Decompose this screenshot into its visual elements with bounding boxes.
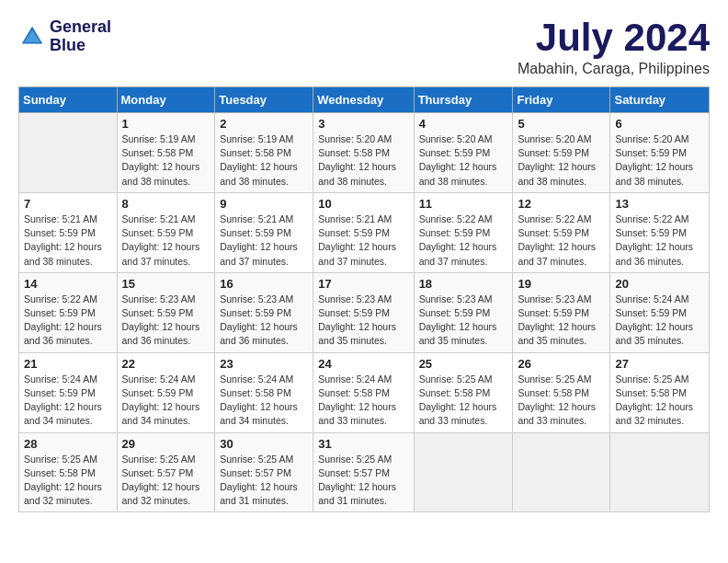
day-number: 30	[220, 437, 308, 451]
day-number: 24	[318, 357, 408, 371]
day-number: 2	[220, 117, 308, 131]
col-wednesday: Wednesday	[313, 87, 414, 113]
day-info: Sunrise: 5:24 AM Sunset: 5:59 PM Dayligh…	[24, 373, 112, 429]
day-number: 3	[318, 117, 408, 131]
day-info: Sunrise: 5:25 AM Sunset: 5:58 PM Dayligh…	[24, 453, 112, 509]
table-row: 11Sunrise: 5:22 AM Sunset: 5:59 PM Dayli…	[414, 192, 513, 272]
day-number: 18	[419, 277, 508, 291]
table-row: 17Sunrise: 5:23 AM Sunset: 5:59 PM Dayli…	[313, 272, 414, 352]
table-row: 23Sunrise: 5:24 AM Sunset: 5:58 PM Dayli…	[215, 352, 313, 432]
day-number: 25	[419, 357, 508, 371]
day-number: 21	[24, 357, 112, 371]
logo-text: General Blue	[50, 18, 111, 55]
col-tuesday: Tuesday	[215, 87, 313, 113]
table-row	[513, 432, 610, 512]
day-info: Sunrise: 5:23 AM Sunset: 5:59 PM Dayligh…	[122, 293, 210, 349]
day-number: 20	[615, 277, 704, 291]
month-title: July 2024	[518, 18, 710, 57]
calendar-row: 7Sunrise: 5:21 AM Sunset: 5:59 PM Daylig…	[19, 192, 710, 272]
day-number: 1	[122, 117, 210, 131]
table-row: 24Sunrise: 5:24 AM Sunset: 5:58 PM Dayli…	[313, 352, 414, 432]
title-block: July 2024 Mabahin, Caraga, Philippines	[518, 18, 710, 77]
day-info: Sunrise: 5:20 AM Sunset: 5:59 PM Dayligh…	[518, 132, 605, 189]
table-row: 22Sunrise: 5:24 AM Sunset: 5:59 PM Dayli…	[117, 352, 215, 432]
day-info: Sunrise: 5:21 AM Sunset: 5:59 PM Dayligh…	[122, 213, 210, 269]
day-info: Sunrise: 5:24 AM Sunset: 5:59 PM Dayligh…	[122, 373, 210, 429]
day-info: Sunrise: 5:22 AM Sunset: 5:59 PM Dayligh…	[24, 293, 112, 349]
table-row: 28Sunrise: 5:25 AM Sunset: 5:58 PM Dayli…	[19, 432, 118, 512]
day-number: 5	[518, 117, 605, 131]
day-number: 11	[419, 197, 508, 211]
day-info: Sunrise: 5:21 AM Sunset: 5:59 PM Dayligh…	[220, 213, 308, 269]
day-number: 16	[220, 277, 308, 291]
col-saturday: Saturday	[610, 87, 710, 113]
table-row: 30Sunrise: 5:25 AM Sunset: 5:57 PM Dayli…	[215, 432, 313, 512]
day-info: Sunrise: 5:20 AM Sunset: 5:59 PM Dayligh…	[615, 132, 704, 189]
col-friday: Friday	[513, 87, 610, 113]
table-row: 2Sunrise: 5:19 AM Sunset: 5:58 PM Daylig…	[215, 113, 313, 193]
table-row: 20Sunrise: 5:24 AM Sunset: 5:59 PM Dayli…	[610, 272, 710, 352]
table-row: 7Sunrise: 5:21 AM Sunset: 5:59 PM Daylig…	[19, 192, 118, 272]
day-number: 12	[518, 197, 605, 211]
table-row: 14Sunrise: 5:22 AM Sunset: 5:59 PM Dayli…	[19, 272, 118, 352]
page-header: General Blue July 2024 Mabahin, Caraga, …	[18, 18, 710, 77]
day-info: Sunrise: 5:23 AM Sunset: 5:59 PM Dayligh…	[518, 293, 605, 349]
col-monday: Monday	[117, 87, 215, 113]
table-row: 10Sunrise: 5:21 AM Sunset: 5:59 PM Dayli…	[313, 192, 414, 272]
table-row: 13Sunrise: 5:22 AM Sunset: 5:59 PM Dayli…	[610, 192, 710, 272]
day-info: Sunrise: 5:25 AM Sunset: 5:58 PM Dayligh…	[518, 373, 605, 429]
day-info: Sunrise: 5:19 AM Sunset: 5:58 PM Dayligh…	[220, 132, 308, 189]
day-number: 29	[122, 437, 210, 451]
table-row: 26Sunrise: 5:25 AM Sunset: 5:58 PM Dayli…	[513, 352, 610, 432]
table-row: 3Sunrise: 5:20 AM Sunset: 5:58 PM Daylig…	[313, 113, 414, 193]
day-info: Sunrise: 5:20 AM Sunset: 5:59 PM Dayligh…	[419, 132, 508, 189]
day-number: 10	[318, 197, 408, 211]
day-number: 26	[518, 357, 605, 371]
table-row: 25Sunrise: 5:25 AM Sunset: 5:58 PM Dayli…	[414, 352, 513, 432]
calendar-row: 21Sunrise: 5:24 AM Sunset: 5:59 PM Dayli…	[19, 352, 710, 432]
day-info: Sunrise: 5:23 AM Sunset: 5:59 PM Dayligh…	[318, 293, 408, 349]
day-number: 22	[122, 357, 210, 371]
day-info: Sunrise: 5:25 AM Sunset: 5:57 PM Dayligh…	[122, 453, 210, 509]
calendar-row: 28Sunrise: 5:25 AM Sunset: 5:58 PM Dayli…	[19, 432, 710, 512]
day-number: 19	[518, 277, 605, 291]
table-row: 19Sunrise: 5:23 AM Sunset: 5:59 PM Dayli…	[513, 272, 610, 352]
calendar-table: Sunday Monday Tuesday Wednesday Thursday…	[18, 86, 710, 512]
day-number: 13	[615, 197, 704, 211]
day-number: 28	[24, 437, 112, 451]
table-row: 5Sunrise: 5:20 AM Sunset: 5:59 PM Daylig…	[513, 113, 610, 193]
table-row: 31Sunrise: 5:25 AM Sunset: 5:57 PM Dayli…	[313, 432, 414, 512]
day-number: 7	[24, 197, 112, 211]
day-number: 17	[318, 277, 408, 291]
table-row: 9Sunrise: 5:21 AM Sunset: 5:59 PM Daylig…	[215, 192, 313, 272]
table-row	[414, 432, 513, 512]
day-number: 23	[220, 357, 308, 371]
col-sunday: Sunday	[19, 87, 118, 113]
location: Mabahin, Caraga, Philippines	[518, 61, 710, 77]
logo: General Blue	[18, 18, 111, 55]
calendar-row: 14Sunrise: 5:22 AM Sunset: 5:59 PM Dayli…	[19, 272, 710, 352]
day-info: Sunrise: 5:25 AM Sunset: 5:58 PM Dayligh…	[419, 373, 508, 429]
logo-icon	[18, 23, 46, 51]
day-number: 14	[24, 277, 112, 291]
day-info: Sunrise: 5:25 AM Sunset: 5:58 PM Dayligh…	[615, 373, 704, 429]
table-row: 18Sunrise: 5:23 AM Sunset: 5:59 PM Dayli…	[414, 272, 513, 352]
day-info: Sunrise: 5:22 AM Sunset: 5:59 PM Dayligh…	[419, 213, 508, 269]
table-row: 4Sunrise: 5:20 AM Sunset: 5:59 PM Daylig…	[414, 113, 513, 193]
calendar-row: 1Sunrise: 5:19 AM Sunset: 5:58 PM Daylig…	[19, 113, 710, 193]
col-thursday: Thursday	[414, 87, 513, 113]
day-info: Sunrise: 5:22 AM Sunset: 5:59 PM Dayligh…	[615, 213, 704, 269]
day-info: Sunrise: 5:24 AM Sunset: 5:58 PM Dayligh…	[318, 373, 408, 429]
day-info: Sunrise: 5:24 AM Sunset: 5:59 PM Dayligh…	[615, 293, 704, 349]
day-info: Sunrise: 5:20 AM Sunset: 5:58 PM Dayligh…	[318, 132, 408, 189]
day-number: 15	[122, 277, 210, 291]
table-row: 1Sunrise: 5:19 AM Sunset: 5:58 PM Daylig…	[117, 113, 215, 193]
table-row: 16Sunrise: 5:23 AM Sunset: 5:59 PM Dayli…	[215, 272, 313, 352]
table-row: 27Sunrise: 5:25 AM Sunset: 5:58 PM Dayli…	[610, 352, 710, 432]
day-info: Sunrise: 5:22 AM Sunset: 5:59 PM Dayligh…	[518, 213, 605, 269]
day-info: Sunrise: 5:19 AM Sunset: 5:58 PM Dayligh…	[122, 132, 210, 189]
table-row	[19, 113, 118, 193]
day-number: 6	[615, 117, 704, 131]
day-number: 31	[318, 437, 408, 451]
day-info: Sunrise: 5:21 AM Sunset: 5:59 PM Dayligh…	[24, 213, 112, 269]
